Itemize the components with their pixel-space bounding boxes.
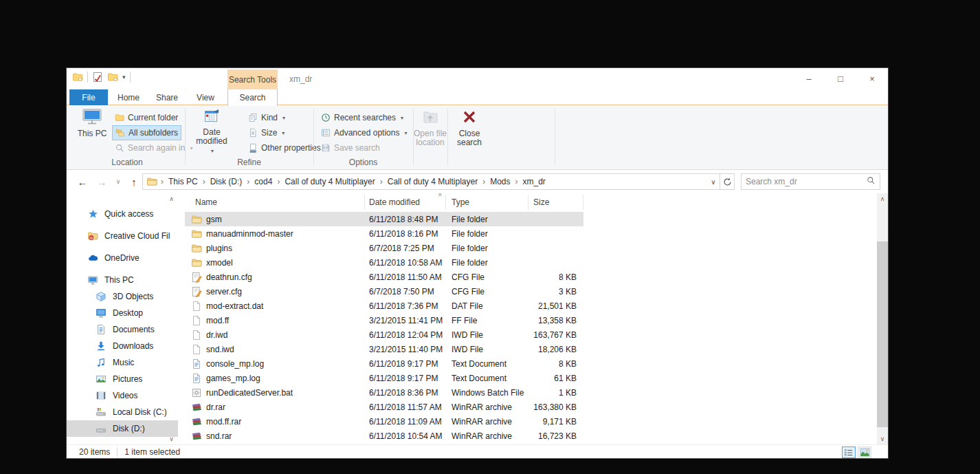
file-name: dr.rar xyxy=(206,402,225,412)
table-row[interactable]: dr.iwd6/11/2018 12:04 PMIWD File163,767 … xyxy=(185,327,583,342)
breadcrumb-item[interactable]: Call of duty 4 Multiplayer xyxy=(280,177,379,186)
recent-searches-button[interactable]: Recent searches ▾ xyxy=(318,110,406,125)
table-row[interactable]: snd.iwd3/21/2015 11:40 PMIWD File18,206 … xyxy=(185,342,583,356)
breadcrumb-item[interactable]: Mods xyxy=(486,177,514,186)
table-row[interactable]: gsm6/11/2018 8:48 PMFile folder xyxy=(185,212,583,226)
properties-icon[interactable] xyxy=(92,72,103,83)
refresh-icon[interactable] xyxy=(720,174,734,189)
file-type: Windows Batch File xyxy=(446,388,528,398)
table-row[interactable]: deathrun.cfg6/11/2018 11:50 AMCFG File8 … xyxy=(185,270,583,284)
table-row[interactable]: games_mp.log6/11/2018 9:17 PMText Docume… xyxy=(185,371,583,385)
sidebar-item-desktop[interactable]: Desktop xyxy=(67,305,178,321)
tab-share[interactable]: Share xyxy=(148,89,186,105)
column-header-date[interactable]: Date modified xyxy=(365,195,446,210)
qat-customize-dropdown-icon[interactable]: ▾ xyxy=(122,74,126,80)
ribbon-separator xyxy=(555,109,555,165)
all-subfolders-button[interactable]: All subfolders xyxy=(112,125,181,140)
table-row[interactable]: server.cfg6/7/2018 7:50 PMCFG File3 KB xyxy=(185,284,583,299)
sidebar-item-label: Disk (D:) xyxy=(113,424,145,433)
table-row[interactable]: mod-extract.dat6/11/2018 7:36 PMDAT File… xyxy=(185,299,583,313)
this-pc-button[interactable]: This PC xyxy=(76,108,108,138)
kind-icon xyxy=(248,113,258,122)
table-row[interactable]: console_mp.log6/11/2018 9:17 PMText Docu… xyxy=(185,356,583,371)
forward-icon[interactable]: → xyxy=(94,170,109,193)
open-file-location-button[interactable]: Open file location xyxy=(410,108,451,147)
sidebar-item-videos[interactable]: Videos xyxy=(67,387,178,404)
search-input[interactable] xyxy=(742,177,867,186)
scroll-down-icon[interactable]: ∨ xyxy=(877,433,888,444)
tab-view[interactable]: View xyxy=(186,89,225,105)
sidebar-item-local-disk-c[interactable]: Local Disk (C:) xyxy=(67,404,178,420)
minimize-button[interactable]: – xyxy=(793,68,825,89)
close-search-label: Close search xyxy=(453,129,486,147)
column-header-name[interactable]: Name xyxy=(185,195,365,210)
file-name: runDedicatedServer.bat xyxy=(206,388,293,398)
sidebar-item-disk-d[interactable]: Disk (D:) xyxy=(67,420,178,437)
address-dropdown-icon[interactable]: ∨ xyxy=(707,178,720,186)
scroll-up-icon[interactable]: ∧ xyxy=(877,193,888,204)
history-dropdown-icon[interactable]: ∨ xyxy=(113,170,124,193)
table-row[interactable]: manuadminmod-master6/11/2018 8:16 PMFile… xyxy=(185,226,583,241)
table-row[interactable]: plugins6/7/2018 7:25 PMFile folder xyxy=(185,241,583,255)
kind-button[interactable]: Kind ▾ xyxy=(245,110,288,125)
scrollbar-thumb[interactable] xyxy=(877,241,888,427)
tab-file[interactable]: File xyxy=(69,89,108,105)
search-again-button[interactable]: Search again in ▾ xyxy=(112,140,195,155)
search-icon[interactable] xyxy=(867,176,876,187)
file-name: xmodel xyxy=(206,258,233,268)
new-folder-icon[interactable] xyxy=(107,72,118,83)
file-icon xyxy=(191,344,202,355)
advanced-options-button[interactable]: Advanced options ▾ xyxy=(318,125,410,140)
table-row[interactable]: dr.rar6/11/2018 11:57 AMWinRAR archive16… xyxy=(185,400,583,414)
file-list-scrollbar[interactable]: ∧ ∨ xyxy=(877,193,888,444)
scroll-up-icon[interactable]: ∧ xyxy=(166,193,177,204)
column-header-size[interactable]: Size xyxy=(528,195,583,210)
folder-icon xyxy=(191,243,202,254)
save-icon xyxy=(321,143,331,153)
sidebar-item-this-pc[interactable]: This PC xyxy=(67,272,178,288)
sidebar-item-downloads[interactable]: Downloads xyxy=(67,338,178,354)
close-search-button[interactable]: Close search xyxy=(453,108,486,147)
table-row[interactable]: snd.rar6/11/2018 10:54 AMWinRAR archive1… xyxy=(185,429,583,443)
save-search-button[interactable]: Save search xyxy=(318,140,383,155)
up-icon[interactable]: ↑ xyxy=(126,170,142,193)
file-name: mod-extract.dat xyxy=(206,301,263,311)
breadcrumb-item[interactable]: cod4 xyxy=(250,177,276,186)
sidebar-scrollbar[interactable]: ∧ ∨ xyxy=(166,193,177,444)
breadcrumb-item[interactable]: xm_dr xyxy=(519,177,550,186)
table-row[interactable]: xmodel6/11/2018 10:58 AMFile folder xyxy=(185,255,583,270)
tab-search[interactable]: Search xyxy=(227,89,278,106)
details-view-button[interactable] xyxy=(842,446,856,458)
explorer-folder-icon[interactable] xyxy=(72,72,83,83)
sidebar-item-documents[interactable]: Documents xyxy=(67,321,178,338)
scroll-down-icon[interactable]: ∨ xyxy=(166,433,177,444)
thumbnail-view-button[interactable] xyxy=(858,446,871,458)
sidebar-item-quick-access[interactable]: Quick access xyxy=(67,206,178,222)
sidebar-item-creative-cloud-fil[interactable]: Creative Cloud Fil xyxy=(67,228,178,244)
size-button[interactable]: Size ▾ xyxy=(245,125,287,140)
address-bar[interactable]: › This PC›Disk (D:)›cod4›Call of duty 4 … xyxy=(142,173,735,190)
close-button[interactable]: × xyxy=(856,68,888,89)
file-date: 6/7/2018 7:50 PM xyxy=(365,287,446,297)
breadcrumb-item[interactable]: Disk (D:) xyxy=(206,177,247,186)
onedrive-icon xyxy=(87,252,98,263)
search-tools-contextual-tab[interactable]: Search Tools xyxy=(227,69,278,89)
sidebar-item-3d-objects[interactable]: 3D Objects xyxy=(67,288,178,305)
tab-home[interactable]: Home xyxy=(109,89,148,105)
sidebar-item-label: 3D Objects xyxy=(113,292,153,301)
table-row[interactable]: mod.ff3/21/2015 11:41 PMFF File13,358 KB xyxy=(185,313,583,327)
sidebar-item-onedrive[interactable]: OneDrive xyxy=(67,250,178,266)
file-icon xyxy=(191,301,202,312)
breadcrumb-item[interactable]: Call of duty 4 Multiplayer xyxy=(383,177,482,186)
back-icon[interactable]: ← xyxy=(75,170,90,193)
maximize-button[interactable]: □ xyxy=(825,68,856,89)
table-row[interactable]: mod.ff.rar6/11/2018 11:09 AMWinRAR archi… xyxy=(185,414,583,429)
sidebar-item-pictures[interactable]: Pictures xyxy=(67,371,178,387)
file-type: WinRAR archive xyxy=(446,417,528,427)
table-row[interactable]: runDedicatedServer.bat6/11/2018 8:36 PMW… xyxy=(185,385,583,400)
current-folder-button[interactable]: Current folder xyxy=(112,110,181,125)
sidebar-item-music[interactable]: Music xyxy=(67,354,178,371)
column-header-type[interactable]: Type xyxy=(446,195,528,210)
breadcrumb-item[interactable]: This PC xyxy=(164,177,202,186)
date-modified-button[interactable]: Date modified ▾ xyxy=(193,108,230,155)
